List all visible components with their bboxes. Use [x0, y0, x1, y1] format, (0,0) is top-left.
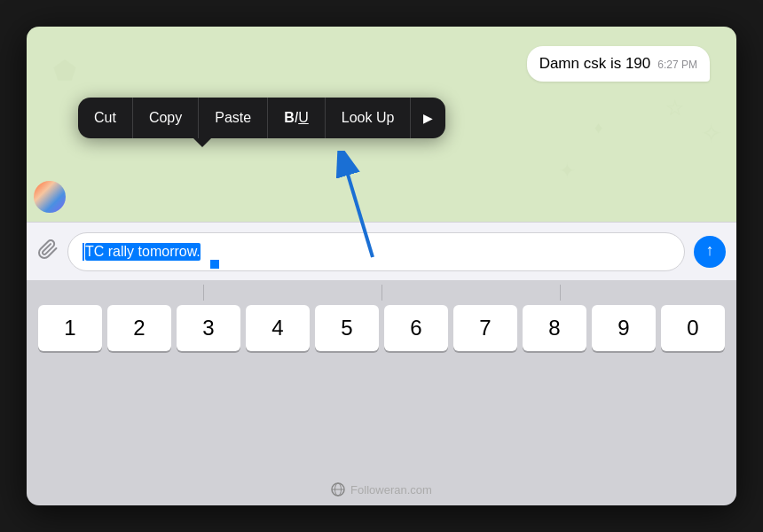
- key-5[interactable]: 5: [315, 305, 379, 351]
- copy-button[interactable]: Copy: [133, 98, 199, 138]
- watermark-text: Followeran.com: [350, 483, 432, 497]
- message-bubble: Damn csk is 190 6:27 PM: [527, 46, 710, 82]
- key-2[interactable]: 2: [107, 305, 171, 351]
- send-button[interactable]: ↑: [694, 236, 726, 268]
- keyboard-number-row: 1234567890: [27, 305, 736, 351]
- key-8[interactable]: 8: [523, 305, 586, 351]
- key-7[interactable]: 7: [453, 305, 517, 351]
- key-9[interactable]: 9: [592, 305, 656, 351]
- svg-text:☆: ☆: [665, 96, 685, 120]
- cut-button[interactable]: Cut: [78, 98, 133, 138]
- watermark: Followeran.com: [27, 482, 736, 497]
- bar-line-3: [560, 285, 561, 301]
- more-arrow-icon: ▶: [423, 111, 433, 125]
- send-icon: ↑: [706, 241, 714, 260]
- app-frame: ✦ ☆ ♦ ★ ✧ ⬟ ✦ Damn csk is 190 6:27 PM Cu…: [27, 27, 736, 505]
- context-menu: Cut Copy Paste BIU Look Up ▶: [78, 98, 445, 138]
- svg-line-8: [346, 168, 373, 257]
- cursor-left: [83, 243, 84, 261]
- biu-button[interactable]: BIU: [268, 98, 326, 138]
- key-0[interactable]: 0: [661, 305, 725, 351]
- svg-text:⬟: ⬟: [53, 56, 76, 85]
- arrow-annotation: [311, 151, 435, 266]
- svg-text:✧: ✧: [701, 120, 721, 147]
- avatar: [34, 181, 66, 213]
- key-4[interactable]: 4: [246, 305, 310, 351]
- paste-button[interactable]: Paste: [199, 98, 268, 138]
- attachment-icon[interactable]: [37, 239, 59, 265]
- key-3[interactable]: 3: [177, 305, 240, 351]
- svg-text:♦: ♦: [594, 119, 602, 137]
- keyboard-top-bar: [27, 280, 736, 305]
- key-6[interactable]: 6: [384, 305, 448, 351]
- selection-handle: [210, 260, 219, 269]
- selected-text: TC rally tomorrow.: [85, 243, 201, 261]
- more-button[interactable]: ▶: [411, 98, 445, 138]
- svg-text:✦: ✦: [559, 160, 575, 182]
- message-text: Damn csk is 190: [539, 55, 651, 73]
- bar-line-1: [203, 285, 204, 301]
- keyboard-area: 1234567890 Followeran.com: [27, 280, 736, 505]
- message-time: 6:27 PM: [657, 59, 697, 71]
- key-1[interactable]: 1: [38, 305, 102, 351]
- globe-icon: [331, 482, 345, 497]
- bar-line-2: [382, 285, 382, 301]
- lookup-button[interactable]: Look Up: [326, 98, 412, 138]
